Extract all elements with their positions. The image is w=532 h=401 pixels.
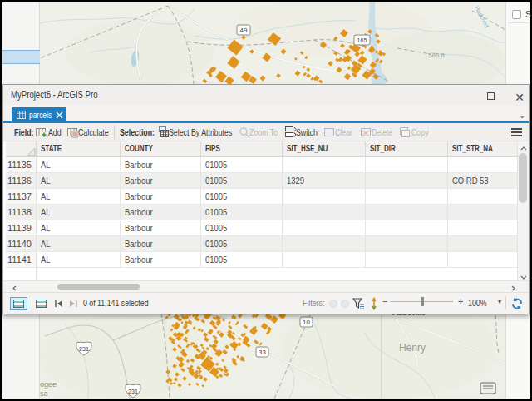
svg-text:Henry: Henry <box>399 342 426 354</box>
svg-text:ogee: ogee <box>40 380 57 389</box>
svg-text:49: 49 <box>240 27 248 34</box>
svg-text:165: 165 <box>357 37 367 44</box>
svg-text:586 ft: 586 ft <box>428 52 446 59</box>
svg-text:sa: sa <box>40 389 48 398</box>
svg-text:10: 10 <box>303 319 310 326</box>
svg-text:231: 231 <box>128 388 138 395</box>
svg-text:231: 231 <box>79 345 89 353</box>
svg-text:33: 33 <box>259 349 266 356</box>
